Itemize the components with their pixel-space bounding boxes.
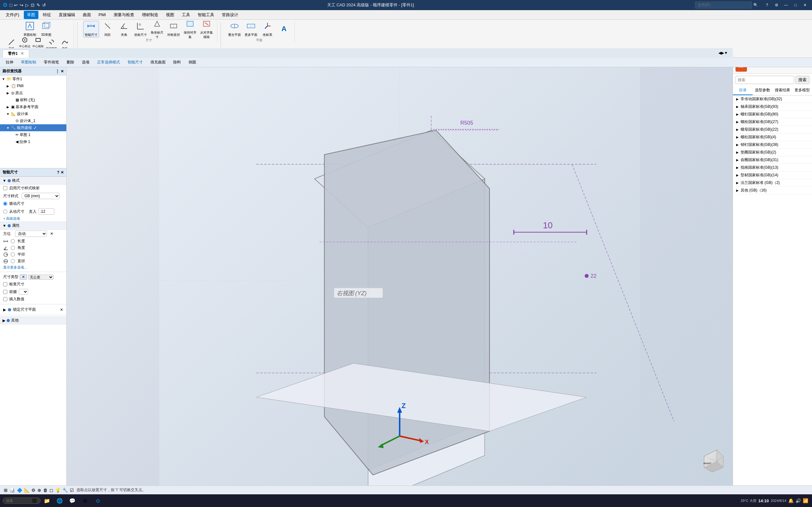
status-icon-square[interactable]: ◻ — [50, 488, 53, 493]
dim-style-select[interactable]: GB (mm)ISO (mm)ANSI (in) — [21, 193, 60, 199]
text-dim-btn[interactable]: A — [276, 21, 292, 38]
status-icon-wrench[interactable]: 🔧 — [62, 488, 68, 493]
status-icon-light[interactable]: 💡 — [55, 488, 61, 493]
status-icon-trash[interactable]: 🗑 — [43, 488, 48, 493]
menu-surface[interactable]: 曲面 — [80, 11, 94, 19]
tab-nav-expand[interactable]: ▼ — [724, 51, 728, 55]
tree-item-material[interactable]: ▦ 材料 (无) — [0, 96, 66, 103]
qt-part-pen[interactable]: 零件画笔 — [41, 59, 62, 66]
more-options-link[interactable]: 显示更多选项... — [0, 265, 66, 271]
rp-item-12[interactable]: ▶ 其他 (GB)（16) — [733, 187, 812, 194]
tab-close-icon[interactable]: ✕ — [20, 51, 24, 56]
expand-icon[interactable]: ▼ — [1, 77, 6, 81]
smart-dim-btn[interactable]: ↔ 智能尺寸 — [83, 21, 99, 38]
tb-icon-4[interactable]: ▷ — [26, 3, 29, 8]
rp-tab-results[interactable]: 搜索结果 — [773, 86, 792, 95]
sketch-3d-btn[interactable]: 3D草图 — [38, 21, 54, 38]
taskbar-volume[interactable]: 🔊 — [796, 498, 801, 503]
lock-close-btn[interactable]: ✕ — [60, 307, 63, 312]
menu-view[interactable]: 视图 — [163, 11, 177, 19]
status-icon-grid[interactable]: ⊞ — [4, 488, 8, 493]
tab-nav-left[interactable]: ◀ — [718, 51, 721, 55]
taskbar-app1-btn[interactable]: ⚙ — [80, 496, 90, 506]
tb-icon-7[interactable]: ↺ — [42, 3, 46, 8]
rp-item-2[interactable]: ▶ 螺钉国家标准(GB)(80) — [733, 111, 812, 118]
menu-additive[interactable]: 增材制造 — [139, 11, 161, 19]
menu-tools[interactable]: 工具 — [179, 11, 193, 19]
tree-item-design-body[interactable]: ▼ 📐 设计体 — [0, 110, 66, 117]
radius-radio[interactable] — [11, 252, 15, 257]
expand-icon[interactable]: ▶ — [6, 105, 10, 109]
expand-icon[interactable]: ▼ — [6, 112, 10, 116]
qt-select-mode[interactable]: 正常选择模式 — [94, 59, 123, 66]
settings-btn[interactable]: ⚙ — [772, 2, 781, 9]
base-dim-btn[interactable]: 坐 坐标尺寸 — [133, 21, 149, 38]
status-icon-coord[interactable]: ⊕ — [38, 488, 41, 493]
status-icon-check[interactable]: ☑ — [70, 488, 74, 493]
tree-item-origin[interactable]: ▶ ◎ 原点 — [0, 90, 66, 96]
command-search[interactable] — [695, 2, 752, 9]
close-btn[interactable]: ✕ — [801, 2, 809, 9]
direction-select[interactable]: 自动 水平 竖直 — [15, 230, 47, 237]
rp-item-1[interactable]: ▶ 轴承国家标准(GB)(93) — [733, 103, 812, 111]
angle-dim-btn[interactable]: 角坐标尺寸 — [149, 21, 165, 38]
rp-item-5[interactable]: ▶ 螺柱国家标准(GB)(4) — [733, 133, 812, 141]
keep-align-btn[interactable]: 保持对齐集 — [182, 21, 198, 38]
tab-nav-right[interactable]: ▶ — [721, 51, 724, 55]
rp-item-8[interactable]: ▶ 齿圈国家标准(GB)(31) — [733, 156, 812, 164]
menu-sketch[interactable]: 草图 — [24, 11, 38, 19]
qt-options[interactable]: 选项 — [79, 59, 93, 66]
sketch-draw-btn[interactable]: 草图绘制 — [22, 21, 38, 38]
rp-tab-params[interactable]: 选型参数 — [753, 86, 772, 95]
taskbar-apps-btn[interactable]: ⊞ — [29, 496, 39, 506]
align-dim-btn[interactable]: 对称直径 — [166, 21, 182, 38]
rp-tab-catalog[interactable]: 目录 — [733, 86, 753, 95]
tb-icon-5[interactable]: ⊡ — [31, 3, 35, 8]
tb-icon-3[interactable]: ↪ — [20, 3, 23, 8]
rp-item-4[interactable]: ▶ 螺母国家标准(GB)(22) — [733, 126, 812, 133]
tb-icon-6[interactable]: ✎ — [37, 3, 40, 8]
taskbar-search-btn[interactable] — [16, 496, 27, 506]
smart-dim-close[interactable]: ✕ — [61, 170, 64, 175]
status-icon-select[interactable]: 🔷 — [17, 488, 22, 493]
rp-item-11[interactable]: ▶ 法兰国家标准 (GB)（2) — [733, 179, 812, 187]
driven-radio[interactable] — [3, 202, 7, 206]
taskbar-browser-btn[interactable]: 🌐 — [55, 496, 65, 506]
coincide-plane-btn[interactable]: 重合平面 — [226, 21, 243, 38]
expand-icon[interactable]: ▶ — [6, 84, 10, 88]
format-section-header[interactable]: ▼ 格式 — [0, 177, 66, 184]
prefix-select[interactable] — [19, 289, 28, 294]
length-radio[interactable] — [11, 239, 15, 243]
restore-btn[interactable]: □ — [791, 2, 800, 9]
help-btn[interactable]: ? — [762, 2, 771, 9]
tree-item-ref-plane[interactable]: ▶ ▣ 基本参考平面 — [0, 103, 66, 110]
taskbar-cad-btn[interactable]: ⊙ — [93, 496, 103, 506]
tree-item-part1[interactable]: ▼ 📁 零件1 — [0, 75, 66, 82]
menu-pipeline[interactable]: 管路设计 — [219, 11, 242, 19]
rp-search-btn[interactable]: 搜索 — [796, 76, 809, 84]
taskbar-chat-btn[interactable]: 💬 — [67, 496, 78, 506]
qt-delete[interactable]: 删除 — [63, 59, 78, 66]
other-section-header[interactable]: ▶ 其他 — [0, 317, 66, 324]
tree-item-sketch1[interactable]: ✏ 草图 1 — [0, 131, 66, 138]
snap-input[interactable] — [38, 208, 54, 215]
search-icon[interactable]: 🔍 — [753, 3, 758, 7]
rp-item-9[interactable]: ▶ 指南国家标准(GB)(13) — [733, 164, 812, 172]
menu-file[interactable]: 文件(F) — [3, 11, 22, 19]
rp-tab-more[interactable]: 更多模型 — [792, 86, 812, 95]
tab-part1[interactable]: 零件1 ✕ — [3, 50, 29, 58]
qt-smart-dim[interactable]: 智能尺寸 — [124, 59, 146, 66]
rp-item-10[interactable]: ▶ 型材国家标准(GB)(14) — [733, 172, 812, 179]
remove-align-btn[interactable]: 从对齐集移除 — [199, 21, 214, 38]
qt-fill-surface[interactable]: 填充曲面 — [147, 59, 169, 66]
expand-icon[interactable]: ▼ — [6, 126, 10, 130]
dim-type-select[interactable]: 无公差 — [28, 275, 54, 280]
diameter-radio[interactable] — [11, 259, 15, 263]
tree-item-extrude1[interactable]: ◀ 拉伸 1 — [0, 138, 66, 145]
qt-sketch[interactable]: 草图绘制 — [18, 59, 39, 66]
tree-item-pmi[interactable]: ▶ 📋 PMI — [0, 82, 66, 90]
check-dim-cb[interactable] — [3, 282, 7, 286]
adv-options-link[interactable]: + 高级选项 — [0, 216, 66, 222]
path-finder-close[interactable]: ✕ — [61, 69, 64, 73]
qt-fillet[interactable]: 倒圆 — [185, 59, 199, 66]
